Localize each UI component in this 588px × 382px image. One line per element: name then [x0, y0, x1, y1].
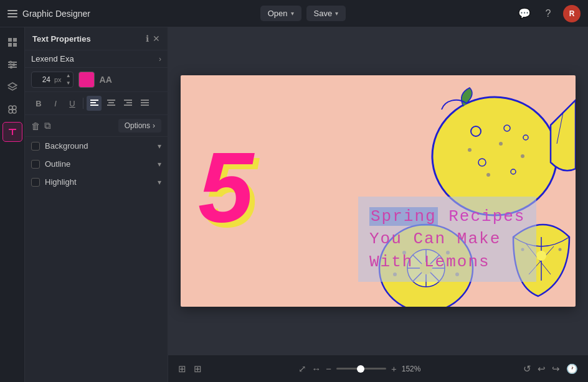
background-row[interactable]: Background ▾	[25, 137, 168, 155]
history-icon[interactable]: 🕐	[566, 363, 578, 375]
svg-point-14	[9, 109, 12, 113]
help-icon[interactable]: ?	[539, 5, 557, 22]
size-row: px ▲ ▼ AA	[25, 68, 168, 92]
italic-button[interactable]: I	[48, 96, 63, 111]
svg-rect-17	[90, 105, 98, 106]
align-right-button[interactable]	[120, 96, 135, 111]
close-icon[interactable]: ✕	[153, 34, 160, 44]
options-button[interactable]: Options ›	[118, 119, 161, 133]
bold-button[interactable]: B	[31, 96, 46, 111]
sidebar-item-text[interactable]	[2, 122, 22, 142]
panel-header: Text Properties ℹ ✕	[25, 27, 168, 50]
panel-title: Text Properties	[32, 34, 91, 44]
topbar-right: 💬 ? R	[516, 5, 581, 22]
sidebar-item-sliders[interactable]	[2, 55, 22, 75]
open-chevron-icon: ▾	[291, 10, 294, 17]
font-size-up[interactable]: ▲	[64, 72, 73, 80]
svg-rect-19	[108, 102, 114, 103]
svg-point-34	[499, 142, 503, 146]
outline-label: Outline	[45, 159, 70, 169]
format-row: B I U	[25, 92, 168, 115]
design-canvas[interactable]: 5	[181, 75, 576, 307]
menu-icon[interactable]	[7, 10, 17, 17]
font-size-input-wrap: px ▲ ▼	[31, 72, 74, 88]
app-title: Graphic Designer	[22, 9, 90, 19]
bottom-bar: ⊞ ⊞ ⤢ ↔ − + 152% ↺ ↩ ↪ 🕐	[168, 355, 588, 382]
panel-header-actions: ℹ ✕	[146, 34, 160, 44]
highlight-row[interactable]: Highlight ▾	[25, 173, 168, 191]
align-left-button[interactable]	[87, 96, 102, 111]
duplicate-button[interactable]: ⧉	[44, 120, 51, 131]
align-justify-button[interactable]	[137, 96, 152, 111]
svg-point-13	[12, 106, 16, 109]
svg-rect-25	[141, 102, 149, 103]
zoom-out-icon[interactable]: −	[326, 363, 331, 374]
save-chevron-icon: ▾	[335, 10, 338, 17]
canvas-number: 5	[198, 137, 254, 237]
svg-point-55	[559, 248, 562, 251]
svg-rect-22	[126, 102, 132, 103]
options-chevron-icon: ›	[153, 121, 155, 130]
highlight-checkbox[interactable]	[31, 178, 40, 187]
highlight-chevron-icon: ▾	[158, 178, 161, 187]
background-chevron-icon: ▾	[158, 142, 161, 151]
highlight-label: Highlight	[45, 177, 77, 187]
outline-chevron-icon: ▾	[158, 160, 161, 169]
svg-rect-26	[141, 105, 149, 106]
sidebar-item-layers[interactable]	[2, 77, 22, 97]
svg-rect-2	[8, 43, 12, 47]
topbar-center: Open ▾ Save ▾	[97, 6, 510, 21]
properties-panel: Text Properties ℹ ✕ Lexend Exa › px ▲ ▼ …	[25, 27, 168, 382]
outline-checkbox[interactable]	[31, 160, 40, 169]
info-icon[interactable]: ℹ	[146, 34, 149, 44]
fit-screen-icon[interactable]: ⤢	[298, 363, 306, 375]
underline-button[interactable]: U	[65, 96, 80, 111]
text-case-icon[interactable]: AA	[100, 75, 112, 85]
svg-rect-15	[90, 100, 98, 101]
font-selector[interactable]: Lexend Exa ›	[25, 50, 168, 68]
svg-rect-1	[13, 38, 17, 42]
redo-icon[interactable]: ↪	[552, 363, 560, 375]
font-size-unit: px	[54, 76, 64, 83]
options-row: 🗑 ⧉ Options ›	[25, 115, 168, 137]
undo-icon[interactable]: ↩	[538, 363, 546, 375]
zoom-in-icon[interactable]: +	[391, 363, 397, 374]
options-left: 🗑 ⧉	[31, 120, 51, 131]
canvas-viewport[interactable]: 5	[168, 27, 588, 355]
chat-icon[interactable]: 💬	[516, 5, 533, 22]
sidebar-item-group[interactable]	[2, 100, 22, 119]
svg-point-36	[486, 173, 490, 177]
highlighted-word: Spring	[369, 207, 438, 226]
outline-row[interactable]: Outline ▾	[25, 155, 168, 173]
font-name-label: Lexend Exa	[31, 54, 74, 63]
topbar: Graphic Designer Open ▾ Save ▾ 💬 ? R	[0, 0, 588, 27]
canvas-text-line3: With Lemons	[369, 251, 525, 273]
sidebar-item-grid[interactable]	[2, 32, 22, 52]
svg-rect-23	[124, 105, 132, 106]
avatar[interactable]: R	[563, 5, 581, 22]
svg-point-35	[521, 154, 524, 158]
icon-sidebar	[0, 27, 25, 382]
font-size-input[interactable]	[32, 73, 54, 86]
svg-rect-3	[13, 43, 17, 47]
layers-bottom-icon[interactable]: ⊞	[178, 363, 186, 375]
color-swatch[interactable]	[78, 72, 95, 88]
zoom-slider[interactable]	[336, 368, 386, 370]
background-checkbox[interactable]	[31, 142, 40, 151]
bottom-right: ↺ ↩ ↪ 🕐	[523, 363, 578, 375]
font-size-down[interactable]: ▼	[64, 80, 73, 87]
grid-bottom-icon[interactable]: ⊞	[194, 363, 202, 375]
fit-width-icon[interactable]: ↔	[311, 363, 321, 374]
canvas-text-line2: You Can Make	[369, 228, 525, 250]
reset-icon[interactable]: ↺	[523, 363, 531, 375]
open-button[interactable]: Open ▾	[260, 6, 301, 21]
canvas-text-box[interactable]: Spring Recipes You Can Make With Lemons	[358, 197, 536, 282]
save-button[interactable]: Save ▾	[306, 6, 346, 21]
font-chevron-icon: ›	[159, 55, 161, 63]
svg-point-53	[536, 251, 546, 261]
bottom-left: ⊞ ⊞	[178, 363, 202, 375]
delete-button[interactable]: 🗑	[31, 120, 40, 131]
align-center-button[interactable]	[103, 96, 118, 111]
svg-rect-21	[124, 100, 132, 101]
svg-point-33	[468, 148, 472, 152]
